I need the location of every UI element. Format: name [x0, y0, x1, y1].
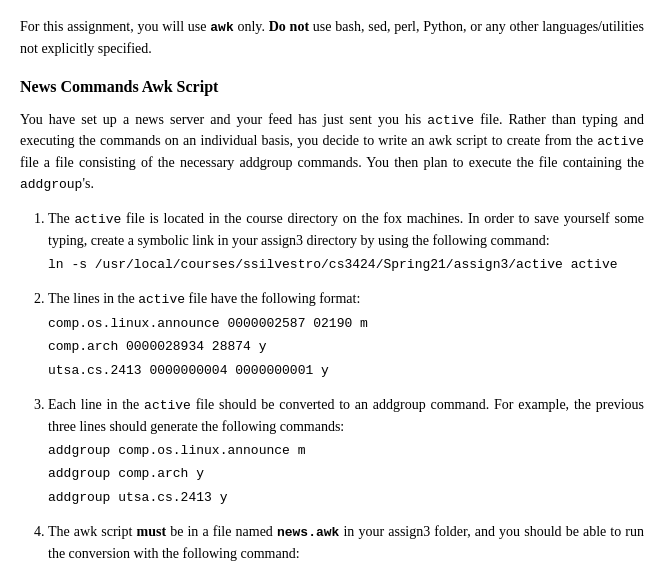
item3-text-before: Each line in the — [48, 397, 144, 412]
item2-code-1: comp.os.linux.announce 0000002587 02190 … — [48, 314, 644, 334]
list-item-3: Each line in the active file should be c… — [48, 394, 644, 507]
body-part4: 's. — [82, 176, 93, 191]
item1-code: ln -s /usr/local/courses/ssilvestro/cs34… — [48, 255, 644, 275]
item3-code-3: addgroup utsa.cs.2413 y — [48, 488, 644, 508]
item1-text-before: The — [48, 211, 75, 226]
item4-text-before: The awk script — [48, 524, 137, 539]
list-item-1: The active file is located in the course… — [48, 208, 644, 274]
list-item-4: The awk script must be in a file named n… — [48, 521, 644, 565]
item2-code-2: comp.arch 0000028934 28874 y — [48, 337, 644, 357]
item3-active: active — [144, 398, 191, 413]
intro-awk-keyword: awk — [210, 20, 233, 35]
intro-text-after-awk: only. — [234, 19, 265, 34]
item3-code-1: addgroup comp.os.linux.announce m — [48, 441, 644, 461]
item2-code-3: utsa.cs.2413 0000000004 0000000001 y — [48, 361, 644, 381]
item1-text-after: file is located in the course directory … — [48, 211, 644, 248]
intro-do-not: Do not — [265, 19, 309, 34]
body-active2: active — [597, 134, 644, 149]
instructions-list: The active file is located in the course… — [48, 208, 644, 565]
item4-text-mid: be in a file named — [166, 524, 277, 539]
body-part1: You have set up a news server and your f… — [20, 112, 427, 127]
body-active1: active — [427, 113, 474, 128]
body-part3: file a file consisting of the necessary … — [20, 155, 644, 170]
item2-text-before: The lines in the — [48, 291, 138, 306]
item4-news-awk: news.awk — [277, 525, 339, 540]
item2-active: active — [138, 292, 185, 307]
intro-paragraph: For this assignment, you will use awk on… — [20, 16, 644, 59]
list-item-2: The lines in the active file have the fo… — [48, 288, 644, 380]
section-title: News Commands Awk Script — [20, 75, 644, 99]
item2-text-after: file have the following format: — [185, 291, 360, 306]
body-paragraph: You have set up a news server and your f… — [20, 109, 644, 195]
item3-code-2: addgroup comp.arch y — [48, 464, 644, 484]
item1-active: active — [75, 212, 122, 227]
intro-text-before-awk: For this assignment, you will use — [20, 19, 210, 34]
body-addgroup: addgroup — [20, 177, 82, 192]
item4-must: must — [137, 524, 167, 539]
